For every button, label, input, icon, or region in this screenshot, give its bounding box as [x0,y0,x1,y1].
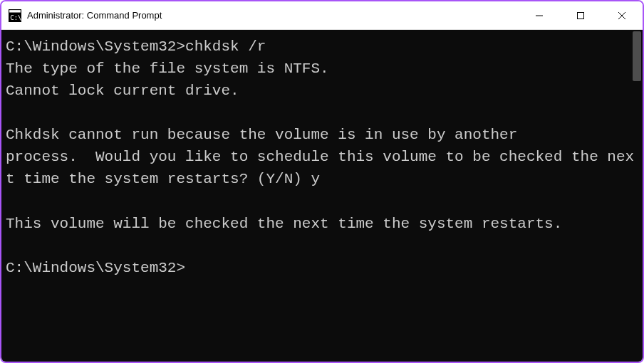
output-line: Cannot lock current drive. [6,80,638,102]
svg-rect-1 [9,10,21,12]
prompt-line: C:\Windows\System32>chkdsk /r [6,36,638,58]
output-line: The type of the file system is NTFS. [6,58,638,80]
minimize-button[interactable] [519,1,560,29]
svg-rect-4 [578,12,584,19]
output-line: Chkdsk cannot run because the volume is … [6,124,638,146]
maximize-button[interactable] [560,1,601,29]
output-blank [6,102,638,124]
close-button[interactable] [601,1,643,29]
output-blank [6,191,638,213]
terminal-area[interactable]: C:\Windows\System32>chkdsk /r The type o… [1,30,643,362]
cmd-icon: C:\ [9,9,21,22]
titlebar: C:\ Administrator: Command Prompt [1,1,643,30]
output-line: This volume will be checked the next tim… [6,213,638,235]
output-line: process. Would you like to schedule this… [6,146,638,190]
window-controls [519,1,643,29]
window-title: Administrator: Command Prompt [27,10,519,21]
prompt-path: C:\Windows\System32> [6,36,185,58]
output-blank [6,235,638,257]
svg-text:C:\: C:\ [10,14,21,21]
command-text: chkdsk /r [185,36,266,58]
scrollbar-thumb[interactable] [633,31,641,81]
prompt-path: C:\Windows\System32> [6,257,638,279]
